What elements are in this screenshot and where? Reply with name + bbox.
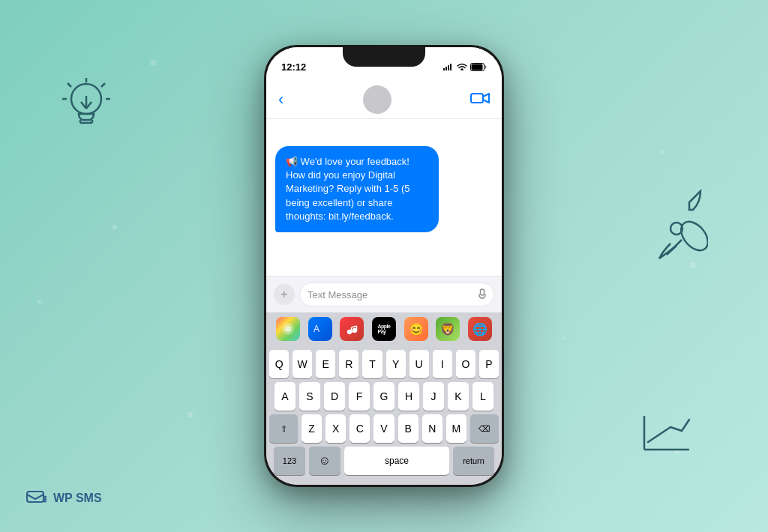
shift-key[interactable]: ⇧	[269, 414, 298, 443]
svg-point-24	[461, 69, 463, 70]
svg-point-12	[676, 217, 708, 256]
contact-avatar	[363, 85, 392, 114]
svg-rect-21	[446, 67, 447, 70]
signal-icon	[443, 63, 454, 70]
key-d[interactable]: D	[324, 382, 345, 411]
wpsms-logo: WP SMS	[26, 491, 102, 506]
key-q[interactable]: Q	[269, 350, 289, 378]
lightbulb-icon	[56, 75, 116, 142]
key-h[interactable]: H	[398, 382, 419, 411]
back-button[interactable]: ‹	[278, 90, 284, 109]
key-f[interactable]: F	[349, 382, 370, 411]
phone-mockup: 12:12	[264, 45, 504, 487]
numbers-key[interactable]: 123	[274, 447, 305, 475]
key-y[interactable]: Y	[386, 350, 406, 378]
key-t[interactable]: T	[362, 350, 382, 378]
key-w[interactable]: W	[292, 350, 312, 378]
key-n[interactable]: N	[422, 414, 442, 443]
svg-line-3	[101, 83, 105, 87]
svg-line-36	[352, 326, 357, 327]
svg-rect-22	[448, 65, 449, 70]
key-l[interactable]: L	[472, 382, 494, 411]
key-b[interactable]: B	[398, 414, 418, 443]
globe-icon[interactable]: 🌐	[468, 317, 492, 341]
key-s[interactable]: S	[299, 382, 320, 411]
status-time: 12:12	[281, 61, 306, 73]
key-i[interactable]: I	[433, 350, 452, 378]
emoji-key[interactable]: ☺	[309, 447, 340, 475]
input-bar: + Text Message	[266, 276, 502, 312]
keyboard-row-1: Q W E R T Y U I O P	[269, 350, 499, 378]
svg-point-31	[285, 326, 291, 332]
key-a[interactable]: A	[274, 382, 296, 411]
keyboard-row-4: 123 ☺ space return	[269, 447, 499, 475]
input-placeholder: Text Message	[308, 289, 368, 300]
message-bubble: 📢 We'd love your feedback! How did you e…	[275, 146, 439, 232]
chart-icon	[640, 412, 693, 457]
nav-bar: ‹	[266, 80, 502, 119]
phone-screen: 12:12	[266, 47, 502, 485]
keyboard-row-3: ⇧ Z X C V B N M ⌫	[269, 414, 499, 443]
key-k[interactable]: K	[448, 382, 469, 411]
svg-rect-26	[472, 64, 483, 70]
status-icons	[443, 63, 487, 71]
key-r[interactable]: R	[339, 350, 358, 378]
brand-name: WP SMS	[53, 492, 102, 505]
text-input-field[interactable]: Text Message	[299, 282, 494, 306]
key-g[interactable]: G	[374, 382, 394, 411]
key-u[interactable]: U	[410, 350, 429, 378]
svg-rect-27	[471, 94, 483, 103]
svg-rect-16	[27, 492, 44, 502]
rocket-icon	[648, 187, 708, 262]
phone-notch	[343, 47, 425, 67]
key-z[interactable]: Z	[302, 414, 322, 443]
memoji-icon[interactable]: 😊	[404, 317, 428, 341]
keyboard[interactable]: Q W E R T Y U I O P A S D F G H	[266, 345, 502, 485]
key-p[interactable]: P	[479, 350, 499, 378]
svg-text:A: A	[314, 324, 320, 334]
keyboard-row-2: A S D F G H J K L	[269, 382, 499, 411]
add-attachment-button[interactable]: +	[274, 284, 295, 305]
key-o[interactable]: O	[456, 350, 476, 378]
app-icons-row: A ApplePay 😊 🦁 🌐	[266, 312, 502, 345]
return-key[interactable]: return	[453, 447, 494, 475]
svg-rect-20	[443, 68, 445, 70]
svg-rect-28	[481, 289, 484, 295]
key-m[interactable]: M	[446, 414, 466, 443]
svg-line-2	[68, 83, 71, 87]
battery-icon	[470, 63, 487, 71]
svg-rect-23	[450, 64, 452, 70]
messages-area: 📢 We'd love your feedback! How did you e…	[266, 119, 502, 276]
app-store-icon[interactable]: A	[308, 317, 332, 341]
key-c[interactable]: C	[350, 414, 370, 443]
key-j[interactable]: J	[423, 382, 444, 411]
key-v[interactable]: V	[374, 414, 394, 443]
photos-app-icon[interactable]	[276, 317, 300, 341]
phone-outer: 12:12	[264, 45, 504, 487]
key-e[interactable]: E	[316, 350, 335, 378]
message-text: 📢 We'd love your feedback! How did you e…	[286, 156, 410, 222]
delete-key[interactable]: ⌫	[470, 414, 499, 443]
key-x[interactable]: X	[326, 414, 346, 443]
apple-pay-icon[interactable]: ApplePay	[372, 317, 396, 341]
wifi-icon	[457, 63, 467, 70]
space-key[interactable]: space	[344, 447, 449, 475]
microphone-icon	[478, 288, 486, 301]
music-icon[interactable]	[340, 317, 364, 341]
video-call-button[interactable]	[470, 91, 490, 108]
animoji-icon[interactable]: 🦁	[436, 317, 460, 341]
